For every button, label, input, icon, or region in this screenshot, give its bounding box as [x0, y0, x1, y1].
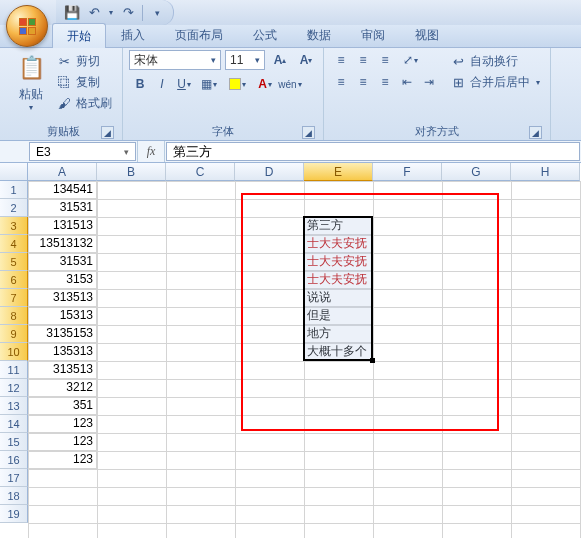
fx-button[interactable]: fx	[140, 144, 162, 159]
font-name-combo[interactable]: 宋体▾	[129, 50, 221, 70]
formula-input[interactable]: 第三方	[166, 142, 580, 161]
ribbon-tabs: 开始 插入 页面布局 公式 数据 审阅 视图	[0, 25, 581, 48]
row-header-10[interactable]: 10	[0, 343, 28, 361]
row-header-19[interactable]: 19	[0, 505, 28, 523]
tab-layout[interactable]: 页面布局	[160, 22, 238, 47]
cell-A14[interactable]: 123	[28, 415, 97, 433]
col-header-C[interactable]: C	[166, 163, 235, 181]
grow-font-button[interactable]: A▴	[269, 50, 291, 70]
align-middle-button[interactable]: ≡	[352, 50, 374, 70]
row-header-7[interactable]: 7	[0, 289, 28, 307]
tab-insert[interactable]: 插入	[106, 22, 160, 47]
indent-inc-button[interactable]: ⇥	[418, 72, 440, 92]
row-header-11[interactable]: 11	[0, 361, 28, 379]
wrap-text-button[interactable]: ↩自动换行	[446, 52, 544, 71]
align-right-button[interactable]: ≡	[374, 72, 396, 92]
cell-A15[interactable]: 123	[28, 433, 97, 451]
cell-E7[interactable]: 说说	[304, 289, 373, 307]
cell-A13[interactable]: 351	[28, 397, 97, 415]
cell-E6[interactable]: 士大夫安抚	[304, 271, 373, 289]
italic-button[interactable]: I	[151, 74, 173, 94]
cell-E9[interactable]: 地方	[304, 325, 373, 343]
indent-dec-button[interactable]: ⇤	[396, 72, 418, 92]
row-header-2[interactable]: 2	[0, 199, 28, 217]
row-header-1[interactable]: 1	[0, 181, 28, 199]
undo-dropdown-icon[interactable]: ▾	[106, 3, 116, 23]
align-launcher[interactable]: ◢	[529, 126, 542, 139]
cell-A10[interactable]: 135313	[28, 343, 97, 361]
cell-E8[interactable]: 但是	[304, 307, 373, 325]
office-button[interactable]	[2, 1, 54, 53]
tab-formulas[interactable]: 公式	[238, 22, 292, 47]
worksheet[interactable]: ABCDEFGH 12345678910111213141516171819 1…	[0, 163, 581, 538]
phonetic-button[interactable]: wén▾	[279, 74, 301, 94]
paste-button[interactable]: 📋 粘贴 ▾	[10, 50, 52, 112]
cell-E5[interactable]: 士大夫安抚	[304, 253, 373, 271]
align-center-button[interactable]: ≡	[352, 72, 374, 92]
cell-A5[interactable]: 31531	[28, 253, 97, 271]
align-left-button[interactable]: ≡	[330, 72, 352, 92]
align-bottom-button[interactable]: ≡	[374, 50, 396, 70]
col-header-E[interactable]: E	[304, 163, 373, 181]
cell-A2[interactable]: 31531	[28, 199, 97, 217]
tab-view[interactable]: 视图	[400, 22, 454, 47]
cell-A4[interactable]: 13513132	[28, 235, 97, 253]
align-top-button[interactable]: ≡	[330, 50, 352, 70]
cell-A8[interactable]: 15313	[28, 307, 97, 325]
select-all-corner[interactable]	[0, 163, 28, 181]
row-header-3[interactable]: 3	[0, 217, 28, 235]
shrink-font-button[interactable]: A▾	[295, 50, 317, 70]
cut-button[interactable]: ✂剪切	[52, 52, 116, 71]
col-header-D[interactable]: D	[235, 163, 304, 181]
row-header-12[interactable]: 12	[0, 379, 28, 397]
qat-customize-icon[interactable]: ▾	[147, 3, 167, 23]
row-header-14[interactable]: 14	[0, 415, 28, 433]
cells-area[interactable]: 1345413153113151313513132315313153313513…	[28, 181, 581, 538]
redo-icon[interactable]: ↷	[118, 3, 138, 23]
bold-button[interactable]: B	[129, 74, 151, 94]
row-header-6[interactable]: 6	[0, 271, 28, 289]
tab-data[interactable]: 数据	[292, 22, 346, 47]
row-header-15[interactable]: 15	[0, 433, 28, 451]
col-header-G[interactable]: G	[442, 163, 511, 181]
cell-A16[interactable]: 123	[28, 451, 97, 469]
cell-A6[interactable]: 3153	[28, 271, 97, 289]
font-size-combo[interactable]: 11▾	[225, 50, 265, 70]
cell-A1[interactable]: 134541	[28, 181, 97, 199]
row-header-9[interactable]: 9	[0, 325, 28, 343]
col-header-H[interactable]: H	[511, 163, 580, 181]
cell-E10[interactable]: 大概十多个	[304, 343, 373, 361]
copy-button[interactable]: ⿻复制	[52, 73, 116, 92]
cell-E4[interactable]: 士大夫安抚	[304, 235, 373, 253]
orientation-button[interactable]: ⤢▾	[396, 50, 424, 70]
col-header-A[interactable]: A	[28, 163, 97, 181]
row-header-18[interactable]: 18	[0, 487, 28, 505]
undo-icon[interactable]: ↶	[84, 3, 104, 23]
col-header-F[interactable]: F	[373, 163, 442, 181]
row-header-8[interactable]: 8	[0, 307, 28, 325]
font-color-button[interactable]: A▾	[251, 74, 279, 94]
row-header-17[interactable]: 17	[0, 469, 28, 487]
row-header-16[interactable]: 16	[0, 451, 28, 469]
border-button[interactable]: ▦▾	[195, 74, 223, 94]
col-header-B[interactable]: B	[97, 163, 166, 181]
font-launcher[interactable]: ◢	[302, 126, 315, 139]
fill-color-button[interactable]: ▾	[223, 74, 251, 94]
merge-center-button[interactable]: ⊞合并后居中▾	[446, 73, 544, 92]
tab-review[interactable]: 审阅	[346, 22, 400, 47]
cell-A3[interactable]: 131513	[28, 217, 97, 235]
cell-A12[interactable]: 3212	[28, 379, 97, 397]
underline-button[interactable]: U▾	[173, 74, 195, 94]
cell-E3[interactable]: 第三方	[304, 217, 373, 235]
cell-A11[interactable]: 313513	[28, 361, 97, 379]
row-header-13[interactable]: 13	[0, 397, 28, 415]
name-box[interactable]: E3▾	[29, 142, 136, 161]
cell-A7[interactable]: 313513	[28, 289, 97, 307]
save-icon[interactable]: 💾	[62, 3, 82, 23]
cell-A9[interactable]: 3135153	[28, 325, 97, 343]
row-header-4[interactable]: 4	[0, 235, 28, 253]
tab-home[interactable]: 开始	[52, 23, 106, 48]
row-header-5[interactable]: 5	[0, 253, 28, 271]
clipboard-launcher[interactable]: ◢	[101, 126, 114, 139]
format-painter-button[interactable]: 🖌格式刷	[52, 94, 116, 113]
